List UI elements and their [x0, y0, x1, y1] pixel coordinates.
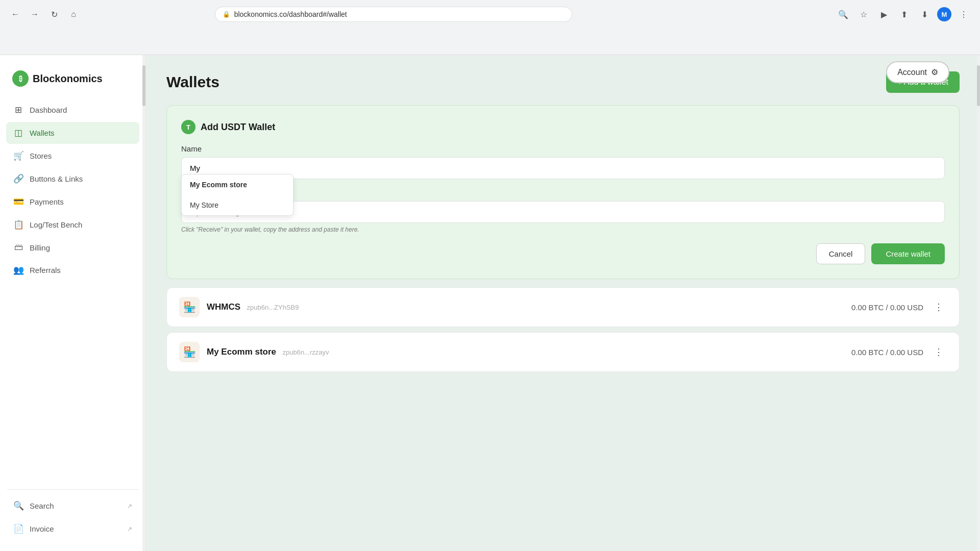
- logo-text: Blockonomics: [33, 73, 103, 85]
- browser-toolbar: ← → ↻ ⌂ 🔒 blockonomics.co/dashboard#/wal…: [0, 0, 980, 29]
- share-button[interactable]: ⬆: [896, 6, 913, 22]
- sidebar-scroll-indicator: [142, 55, 145, 551]
- sidebar-logo: ₿ Blockonomics: [0, 65, 145, 99]
- external-link-icon: ↗: [127, 525, 132, 533]
- name-form-group: Name My Ecomm store My Store: [181, 144, 945, 179]
- wallet-menu-button-whmcs[interactable]: ⋮: [930, 299, 947, 315]
- name-label: Name: [181, 144, 945, 153]
- buttons-links-icon: 🔗: [13, 173, 23, 184]
- account-label: Account: [897, 68, 927, 77]
- create-wallet-button[interactable]: Create wallet: [871, 243, 945, 264]
- address-bar[interactable]: 🔒 blockonomics.co/dashboard#/wallet: [215, 7, 572, 22]
- sidebar-nav: ⊞ Dashboard ◫ Wallets 🛒 Stores 🔗 Buttons…: [0, 99, 145, 484]
- address-hint: Click "Receive" in your wallet, copy the…: [181, 226, 945, 233]
- address-label: Receiving Address: [181, 188, 945, 197]
- sidebar-item-buttons-links[interactable]: 🔗 Buttons & Links: [6, 168, 139, 190]
- gear-icon: ⚙: [931, 67, 938, 77]
- payments-icon: 💳: [13, 196, 23, 207]
- browser-actions: 🔍 ☆ ▶ ⬆ ⬇ M ⋮: [835, 6, 972, 22]
- wallet-icon-whmcs: 🏪: [179, 297, 200, 317]
- sidebar-item-label: Wallets: [30, 129, 55, 137]
- back-button[interactable]: ←: [8, 7, 22, 21]
- wallet-pubkey-whmcs: zpub6n...ZYhSB9: [247, 304, 299, 311]
- sidebar-item-invoice[interactable]: 📄 Invoice ↗: [6, 518, 139, 540]
- sidebar-item-label: Payments: [30, 197, 64, 206]
- page-title: Wallets: [166, 73, 219, 91]
- sidebar-item-label: Stores: [30, 152, 52, 160]
- usdt-icon: T: [181, 120, 195, 134]
- sidebar-item-label: Buttons & Links: [30, 174, 83, 183]
- dashboard-icon: ⊞: [13, 105, 23, 115]
- sidebar-item-label: Search: [30, 502, 54, 510]
- wallet-item-whmcs: 🏪 WHMCS zpub6n...ZYhSB9 0.00 BTC / 0.00 …: [166, 287, 960, 327]
- name-input[interactable]: [181, 157, 945, 179]
- url-text: blockonomics.co/dashboard#/wallet: [234, 10, 347, 18]
- sidebar-item-stores[interactable]: 🛒 Stores: [6, 145, 139, 167]
- autocomplete-item-ecomm-store[interactable]: My Ecomm store: [182, 174, 293, 195]
- sidebar-item-label: Billing: [30, 243, 50, 252]
- stores-icon: 🛒: [13, 151, 23, 161]
- wallet-menu-button-ecomm[interactable]: ⋮: [930, 344, 947, 360]
- wallet-name-whmcs: WHMCS: [207, 302, 240, 312]
- billing-icon: 🗃: [13, 242, 23, 253]
- sidebar-item-log-test-bench[interactable]: 📋 Log/Test Bench: [6, 214, 139, 236]
- autocomplete-item-my-store[interactable]: My Store: [182, 195, 293, 215]
- sidebar-item-search[interactable]: 🔍 Search ↗: [6, 495, 139, 517]
- wallet-balance-whmcs: 0.00 BTC / 0.00 USD: [851, 303, 923, 312]
- sidebar-item-wallets[interactable]: ◫ Wallets: [6, 122, 139, 144]
- autocomplete-dropdown: My Ecomm store My Store: [181, 174, 293, 216]
- forward-button[interactable]: →: [28, 7, 42, 21]
- profile-button[interactable]: M: [937, 7, 951, 21]
- sidebar-scroll-thumb[interactable]: [142, 65, 145, 106]
- card-header: T Add USDT Wallet: [181, 120, 945, 134]
- sidebar-item-label: Referrals: [30, 266, 61, 274]
- external-link-icon: ↗: [127, 503, 132, 510]
- sidebar: ₿ Blockonomics ⊞ Dashboard ◫ Wallets 🛒 S…: [0, 55, 146, 551]
- search-browser-button[interactable]: 🔍: [835, 6, 851, 22]
- sidebar-item-payments[interactable]: 💳 Payments: [6, 191, 139, 213]
- address-input[interactable]: [181, 201, 945, 223]
- bookmark-button[interactable]: ☆: [855, 6, 872, 22]
- app-container: ₿ Blockonomics ⊞ Dashboard ◫ Wallets 🛒 S…: [0, 55, 980, 551]
- reload-button[interactable]: ↻: [47, 7, 61, 21]
- sidebar-item-label: Invoice: [30, 524, 54, 533]
- sidebar-item-label: Dashboard: [30, 106, 67, 114]
- menu-button[interactable]: ⋮: [955, 6, 972, 22]
- add-wallet-card: T Add USDT Wallet Name My Ecomm store My…: [166, 105, 960, 279]
- search-icon: 🔍: [13, 500, 23, 511]
- wallet-item-ecomm-store: 🏪 My Ecomm store zpub6n...rzzayv 0.00 BT…: [166, 332, 960, 372]
- wallet-name-ecomm: My Ecomm store: [207, 347, 276, 357]
- logo-icon: ₿: [12, 70, 29, 87]
- sidebar-item-referrals[interactable]: 👥 Referrals: [6, 259, 139, 281]
- main-scroll-indicator: [977, 55, 980, 551]
- download-button[interactable]: ⬇: [917, 6, 933, 22]
- main-content: Wallets + Add a wallet T Add USDT Wallet…: [146, 55, 980, 551]
- sidebar-bottom: 🔍 Search ↗ 📄 Invoice ↗: [0, 495, 145, 541]
- card-header-title: Add USDT Wallet: [201, 122, 275, 133]
- browser-chrome: ← → ↻ ⌂ 🔒 blockonomics.co/dashboard#/wal…: [0, 0, 980, 55]
- wallets-icon: ◫: [13, 128, 23, 138]
- wallet-balance-ecomm: 0.00 BTC / 0.00 USD: [851, 348, 923, 357]
- account-button[interactable]: Account ⚙: [886, 61, 949, 83]
- log-test-bench-icon: 📋: [13, 219, 23, 230]
- sidebar-item-billing[interactable]: 🗃 Billing: [6, 237, 139, 258]
- wallet-icon-ecomm: 🏪: [179, 342, 200, 362]
- main-scroll-thumb[interactable]: [977, 65, 980, 106]
- wallet-pubkey-ecomm: zpub6n...rzzayv: [283, 348, 329, 356]
- sidebar-item-dashboard[interactable]: ⊞ Dashboard: [6, 99, 139, 121]
- extensions-button[interactable]: ▶: [876, 6, 892, 22]
- wallet-info-whmcs: WHMCS zpub6n...ZYhSB9: [207, 302, 844, 312]
- home-button[interactable]: ⌂: [66, 7, 81, 21]
- referrals-icon: 👥: [13, 265, 23, 276]
- form-actions: Cancel Create wallet: [181, 243, 945, 264]
- invoice-icon: 📄: [13, 523, 23, 534]
- sidebar-divider: [7, 489, 138, 490]
- address-form-group: Receiving Address Click "Receive" in you…: [181, 188, 945, 233]
- page-header: Wallets + Add a wallet: [166, 71, 960, 93]
- sidebar-item-label: Log/Test Bench: [30, 220, 82, 229]
- lock-icon: 🔒: [223, 11, 230, 18]
- cancel-button[interactable]: Cancel: [816, 243, 866, 264]
- wallet-info-ecomm: My Ecomm store zpub6n...rzzayv: [207, 347, 844, 357]
